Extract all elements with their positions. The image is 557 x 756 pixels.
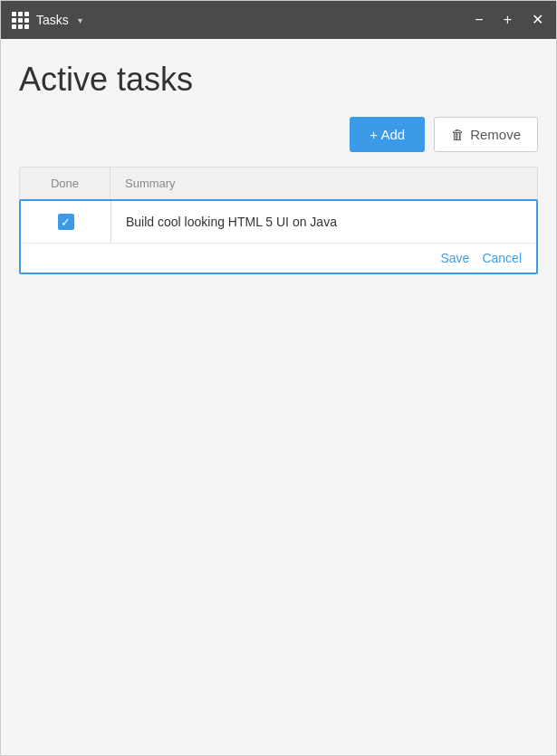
done-column-header: Done: [20, 167, 110, 199]
app-window: Tasks ▾ − + ✕ Active tasks + Add 🗑 Remov…: [0, 0, 557, 756]
grid-dot: [24, 12, 29, 16]
table-row: ✓ Build cool looking HTML 5 UI on Java S…: [19, 199, 538, 274]
table-header: Done Summary: [20, 167, 537, 200]
grid-dot: [24, 24, 29, 29]
save-button[interactable]: Save: [440, 251, 469, 265]
done-cell: ✓: [21, 201, 111, 243]
trash-icon: 🗑: [451, 127, 465, 142]
grid-dot: [18, 12, 23, 16]
remove-button-label: Remove: [470, 127, 521, 142]
app-title: Tasks: [36, 13, 69, 27]
grid-dot: [12, 18, 16, 23]
summary-column-header: Summary: [110, 167, 537, 199]
add-button[interactable]: + Add: [350, 117, 425, 152]
tasks-table: Done Summary ✓ Build cool looking HTML 5…: [19, 167, 538, 274]
row-actions: Save Cancel: [21, 244, 536, 273]
summary-cell[interactable]: Build cool looking HTML 5 UI on Java: [111, 202, 536, 242]
titlebar: Tasks ▾ − + ✕: [1, 1, 556, 39]
chevron-down-icon[interactable]: ▾: [78, 15, 82, 25]
close-button[interactable]: ✕: [530, 11, 545, 29]
minimize-button[interactable]: −: [473, 11, 485, 29]
cancel-button[interactable]: Cancel: [482, 251, 522, 265]
grid-dot: [18, 18, 23, 23]
grid-dot: [12, 24, 16, 29]
window-controls: − + ✕: [473, 11, 545, 29]
titlebar-left: Tasks ▾: [12, 12, 473, 29]
grid-dot: [24, 18, 29, 23]
app-icon: [12, 12, 29, 29]
page-title: Active tasks: [19, 61, 538, 99]
grid-dot: [18, 24, 23, 29]
main-content: Active tasks + Add 🗑 Remove Done Summary: [1, 39, 556, 755]
toolbar: + Add 🗑 Remove: [19, 117, 538, 152]
grid-dot: [12, 12, 16, 16]
check-icon: ✓: [61, 216, 71, 228]
maximize-button[interactable]: +: [502, 11, 514, 29]
remove-button[interactable]: 🗑 Remove: [434, 117, 538, 152]
done-checkbox[interactable]: ✓: [58, 214, 74, 230]
row-main: ✓ Build cool looking HTML 5 UI on Java: [21, 201, 536, 244]
